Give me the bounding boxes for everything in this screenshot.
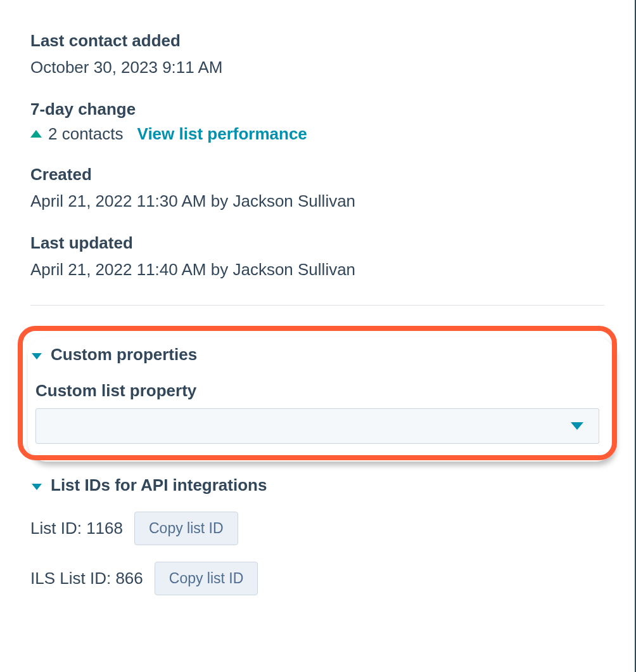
custom-properties-header[interactable]: Custom properties — [30, 345, 604, 365]
custom-properties-title: Custom properties — [51, 345, 197, 365]
last-contact-added-label: Last contact added — [30, 30, 604, 52]
custom-list-property-label: Custom list property — [30, 381, 604, 401]
last-updated-value: April 21, 2022 11:40 AM by Jackson Sulli… — [30, 258, 604, 281]
list-id-row: List ID: 1168 Copy list ID — [30, 512, 604, 545]
seven-day-change-value: 2 contacts — [48, 124, 124, 144]
last-updated-section: Last updated April 21, 2022 11:40 AM by … — [30, 233, 604, 281]
ils-list-id-value: ILS List ID: 866 — [30, 569, 143, 588]
ils-list-id-row: ILS List ID: 866 Copy list ID — [30, 562, 604, 595]
list-ids-header[interactable]: List IDs for API integrations — [30, 475, 604, 495]
list-ids-title: List IDs for API integrations — [51, 475, 267, 495]
caret-down-icon — [571, 422, 583, 430]
view-list-performance-link[interactable]: View list performance — [137, 124, 307, 144]
list-ids-section: List IDs for API integrations List ID: 1… — [30, 475, 604, 595]
last-contact-added-section: Last contact added October 30, 2023 9:11… — [30, 0, 604, 79]
last-contact-added-value: October 30, 2023 9:11 AM — [30, 56, 604, 79]
copy-ils-list-id-button[interactable]: Copy list ID — [155, 562, 258, 595]
created-label: Created — [30, 164, 604, 186]
chevron-down-icon — [32, 484, 42, 490]
custom-list-property-select[interactable] — [35, 408, 599, 444]
created-value: April 21, 2022 11:30 AM by Jackson Sulli… — [30, 190, 604, 212]
list-id-value: List ID: 1168 — [30, 519, 123, 538]
section-divider — [30, 305, 604, 306]
last-updated-label: Last updated — [30, 233, 604, 254]
custom-properties-highlight: Custom properties Custom list property — [18, 326, 617, 460]
created-section: Created April 21, 2022 11:30 AM by Jacks… — [30, 164, 604, 212]
copy-list-id-button[interactable]: Copy list ID — [134, 512, 238, 545]
seven-day-change-section: 7-day change 2 contacts View list perfor… — [30, 99, 604, 144]
up-caret-icon — [30, 130, 42, 138]
chevron-down-icon — [32, 353, 42, 359]
seven-day-change-label: 7-day change — [30, 99, 604, 120]
